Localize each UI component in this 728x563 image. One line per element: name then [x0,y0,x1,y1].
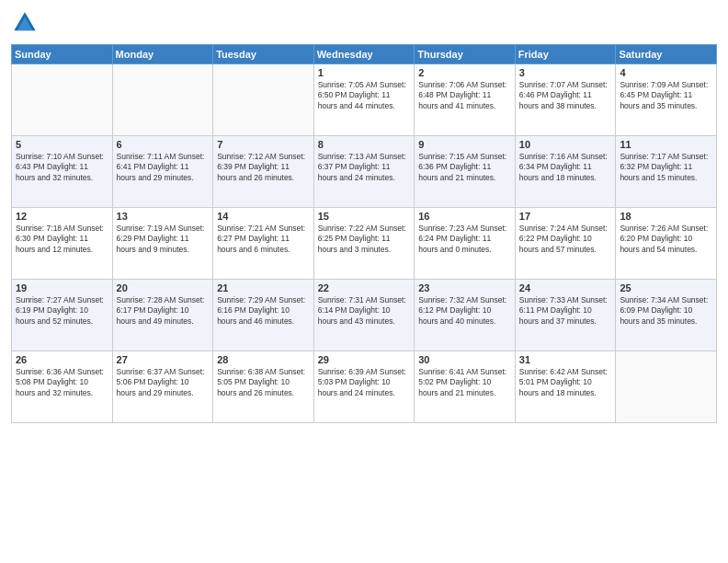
calendar-cell: 26Sunrise: 6:36 AM Sunset: 5:08 PM Dayli… [12,351,113,423]
calendar-cell: 21Sunrise: 7:29 AM Sunset: 6:16 PM Dayli… [213,280,314,351]
calendar-cell: 25Sunrise: 7:34 AM Sunset: 6:09 PM Dayli… [616,280,717,351]
calendar-cell: 18Sunrise: 7:26 AM Sunset: 6:20 PM Dayli… [616,208,717,280]
calendar-cell [112,64,213,136]
page: SundayMondayTuesdayWednesdayThursdayFrid… [0,0,728,563]
calendar-week-row: 5Sunrise: 7:10 AM Sunset: 6:43 PM Daylig… [12,136,717,208]
day-info: Sunrise: 7:12 AM Sunset: 6:39 PM Dayligh… [217,152,310,183]
day-info: Sunrise: 6:39 AM Sunset: 5:03 PM Dayligh… [318,367,411,398]
calendar-week-row: 1Sunrise: 7:05 AM Sunset: 6:50 PM Daylig… [12,64,717,136]
day-info: Sunrise: 7:15 AM Sunset: 6:36 PM Dayligh… [418,152,511,183]
day-info: Sunrise: 7:10 AM Sunset: 6:43 PM Dayligh… [16,152,108,183]
calendar-week-row: 12Sunrise: 7:18 AM Sunset: 6:30 PM Dayli… [12,208,717,280]
calendar-header-monday: Monday [112,45,213,64]
day-info: Sunrise: 7:33 AM Sunset: 6:11 PM Dayligh… [519,295,612,327]
day-number: 7 [217,139,310,150]
day-info: Sunrise: 7:29 AM Sunset: 6:16 PM Dayligh… [217,295,310,327]
day-info: Sunrise: 7:16 AM Sunset: 6:34 PM Dayligh… [519,152,612,183]
header [11,9,717,37]
day-info: Sunrise: 7:09 AM Sunset: 6:45 PM Dayligh… [620,80,712,111]
day-number: 28 [217,354,310,365]
day-number: 12 [16,211,108,222]
day-number: 16 [418,211,511,222]
day-number: 19 [16,282,108,293]
calendar-cell: 14Sunrise: 7:21 AM Sunset: 6:27 PM Dayli… [213,208,314,280]
day-number: 22 [318,282,411,293]
day-number: 15 [318,211,411,222]
day-info: Sunrise: 7:11 AM Sunset: 6:41 PM Dayligh… [117,152,210,183]
day-number: 30 [418,354,511,365]
calendar-week-row: 26Sunrise: 6:36 AM Sunset: 5:08 PM Dayli… [12,351,717,423]
day-info: Sunrise: 7:28 AM Sunset: 6:17 PM Dayligh… [117,295,210,327]
day-info: Sunrise: 6:37 AM Sunset: 5:06 PM Dayligh… [117,367,210,398]
day-number: 8 [318,139,411,150]
calendar-cell: 27Sunrise: 6:37 AM Sunset: 5:06 PM Dayli… [112,351,213,423]
calendar-cell [213,64,314,136]
day-info: Sunrise: 7:23 AM Sunset: 6:24 PM Dayligh… [418,224,511,255]
day-info: Sunrise: 7:31 AM Sunset: 6:14 PM Dayligh… [318,295,411,327]
day-number: 11 [620,139,712,150]
calendar-cell: 24Sunrise: 7:33 AM Sunset: 6:11 PM Dayli… [515,280,616,351]
calendar-cell: 1Sunrise: 7:05 AM Sunset: 6:50 PM Daylig… [313,64,415,136]
day-number: 27 [117,354,210,365]
day-info: Sunrise: 7:27 AM Sunset: 6:19 PM Dayligh… [16,295,108,327]
day-info: Sunrise: 7:34 AM Sunset: 6:09 PM Dayligh… [620,295,712,327]
day-number: 25 [620,282,712,293]
day-number: 6 [117,139,210,150]
day-number: 31 [519,354,612,365]
day-info: Sunrise: 7:26 AM Sunset: 6:20 PM Dayligh… [620,224,712,255]
day-info: Sunrise: 7:07 AM Sunset: 6:46 PM Dayligh… [519,80,612,111]
day-info: Sunrise: 7:13 AM Sunset: 6:37 PM Dayligh… [318,152,411,183]
day-number: 4 [620,67,712,78]
day-info: Sunrise: 6:41 AM Sunset: 5:02 PM Dayligh… [418,367,511,398]
day-number: 20 [117,282,210,293]
calendar-header-row: SundayMondayTuesdayWednesdayThursdayFrid… [12,45,717,64]
calendar-cell: 30Sunrise: 6:41 AM Sunset: 5:02 PM Dayli… [415,351,516,423]
calendar-header-saturday: Saturday [616,45,717,64]
day-number: 9 [418,139,511,150]
day-info: Sunrise: 7:22 AM Sunset: 6:25 PM Dayligh… [318,224,411,255]
calendar-cell: 10Sunrise: 7:16 AM Sunset: 6:34 PM Dayli… [515,136,616,208]
day-number: 13 [117,211,210,222]
day-info: Sunrise: 7:05 AM Sunset: 6:50 PM Dayligh… [318,80,411,111]
day-info: Sunrise: 7:06 AM Sunset: 6:48 PM Dayligh… [418,80,511,111]
calendar-cell: 13Sunrise: 7:19 AM Sunset: 6:29 PM Dayli… [112,208,213,280]
calendar-cell: 2Sunrise: 7:06 AM Sunset: 6:48 PM Daylig… [415,64,516,136]
day-number: 17 [519,211,612,222]
day-number: 18 [620,211,712,222]
calendar-cell: 28Sunrise: 6:38 AM Sunset: 5:05 PM Dayli… [213,351,314,423]
calendar-cell: 22Sunrise: 7:31 AM Sunset: 6:14 PM Dayli… [313,280,415,351]
day-info: Sunrise: 7:18 AM Sunset: 6:30 PM Dayligh… [16,224,108,255]
calendar-header-tuesday: Tuesday [213,45,314,64]
day-number: 5 [16,139,108,150]
calendar-cell: 19Sunrise: 7:27 AM Sunset: 6:19 PM Dayli… [12,280,113,351]
calendar-cell: 20Sunrise: 7:28 AM Sunset: 6:17 PM Dayli… [112,280,213,351]
calendar-cell: 23Sunrise: 7:32 AM Sunset: 6:12 PM Dayli… [415,280,516,351]
day-info: Sunrise: 7:32 AM Sunset: 6:12 PM Dayligh… [418,295,511,327]
day-info: Sunrise: 7:19 AM Sunset: 6:29 PM Dayligh… [117,224,210,255]
calendar-cell: 6Sunrise: 7:11 AM Sunset: 6:41 PM Daylig… [112,136,213,208]
day-number: 24 [519,282,612,293]
day-number: 29 [318,354,411,365]
calendar-cell [12,64,113,136]
day-number: 23 [418,282,511,293]
calendar-cell: 12Sunrise: 7:18 AM Sunset: 6:30 PM Dayli… [12,208,113,280]
day-info: Sunrise: 7:24 AM Sunset: 6:22 PM Dayligh… [519,224,612,255]
calendar-cell: 8Sunrise: 7:13 AM Sunset: 6:37 PM Daylig… [313,136,415,208]
logo [11,9,42,37]
day-info: Sunrise: 6:42 AM Sunset: 5:01 PM Dayligh… [519,367,612,398]
calendar-header-thursday: Thursday [415,45,516,64]
calendar-cell: 15Sunrise: 7:22 AM Sunset: 6:25 PM Dayli… [313,208,415,280]
day-info: Sunrise: 6:38 AM Sunset: 5:05 PM Dayligh… [217,367,310,398]
calendar-cell: 17Sunrise: 7:24 AM Sunset: 6:22 PM Dayli… [515,208,616,280]
calendar-cell: 16Sunrise: 7:23 AM Sunset: 6:24 PM Dayli… [415,208,516,280]
day-number: 1 [318,67,411,78]
day-number: 26 [16,354,108,365]
day-number: 10 [519,139,612,150]
calendar-cell: 5Sunrise: 7:10 AM Sunset: 6:43 PM Daylig… [12,136,113,208]
day-number: 3 [519,67,612,78]
calendar-cell [616,351,717,423]
day-number: 14 [217,211,310,222]
calendar-header-wednesday: Wednesday [313,45,415,64]
calendar-header-friday: Friday [515,45,616,64]
calendar-cell: 29Sunrise: 6:39 AM Sunset: 5:03 PM Dayli… [313,351,415,423]
